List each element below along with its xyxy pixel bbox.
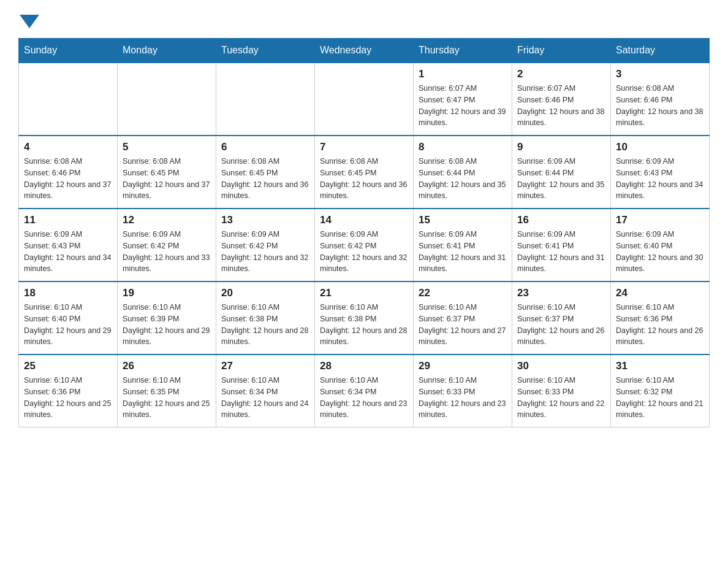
day-info: Sunrise: 6:09 AM Sunset: 6:44 PM Dayligh… [517,156,605,202]
calendar-body: 1Sunrise: 6:07 AM Sunset: 6:47 PM Daylig… [19,63,710,427]
day-cell: 10Sunrise: 6:09 AM Sunset: 6:43 PM Dayli… [611,136,710,209]
header-cell-thursday: Thursday [414,39,512,63]
day-cell: 2Sunrise: 6:07 AM Sunset: 6:46 PM Daylig… [512,63,611,136]
day-number: 30 [517,360,605,372]
day-number: 21 [320,287,408,299]
day-info: Sunrise: 6:09 AM Sunset: 6:41 PM Dayligh… [517,229,605,275]
week-row-2: 4Sunrise: 6:08 AM Sunset: 6:46 PM Daylig… [19,136,710,209]
day-info: Sunrise: 6:10 AM Sunset: 6:39 PM Dayligh… [123,302,211,348]
day-cell [216,63,315,136]
day-info: Sunrise: 6:09 AM Sunset: 6:40 PM Dayligh… [616,229,704,275]
day-info: Sunrise: 6:10 AM Sunset: 6:32 PM Dayligh… [616,375,704,421]
day-info: Sunrise: 6:10 AM Sunset: 6:35 PM Dayligh… [123,375,211,421]
day-cell: 30Sunrise: 6:10 AM Sunset: 6:33 PM Dayli… [512,354,611,427]
day-number: 7 [320,141,408,153]
day-number: 19 [123,287,211,299]
day-number: 18 [24,287,112,299]
day-number: 23 [517,287,605,299]
day-cell: 21Sunrise: 6:10 AM Sunset: 6:38 PM Dayli… [315,282,414,354]
day-number: 10 [616,141,704,153]
day-cell: 27Sunrise: 6:10 AM Sunset: 6:34 PM Dayli… [216,354,315,427]
day-cell: 5Sunrise: 6:08 AM Sunset: 6:45 PM Daylig… [118,136,216,209]
header-row: SundayMondayTuesdayWednesdayThursdayFrid… [19,39,710,63]
day-info: Sunrise: 6:08 AM Sunset: 6:45 PM Dayligh… [123,156,211,202]
day-cell: 4Sunrise: 6:08 AM Sunset: 6:46 PM Daylig… [19,136,118,209]
day-cell: 28Sunrise: 6:10 AM Sunset: 6:34 PM Dayli… [315,354,414,427]
day-cell: 9Sunrise: 6:09 AM Sunset: 6:44 PM Daylig… [512,136,611,209]
day-info: Sunrise: 6:10 AM Sunset: 6:36 PM Dayligh… [24,375,112,421]
day-cell: 22Sunrise: 6:10 AM Sunset: 6:37 PM Dayli… [414,282,512,354]
day-info: Sunrise: 6:10 AM Sunset: 6:34 PM Dayligh… [320,375,408,421]
day-number: 28 [320,360,408,372]
day-info: Sunrise: 6:09 AM Sunset: 6:41 PM Dayligh… [419,229,507,275]
day-info: Sunrise: 6:09 AM Sunset: 6:43 PM Dayligh… [616,156,704,202]
day-info: Sunrise: 6:10 AM Sunset: 6:37 PM Dayligh… [517,302,605,348]
day-number: 5 [123,141,211,153]
header-cell-sunday: Sunday [19,39,118,63]
day-info: Sunrise: 6:07 AM Sunset: 6:47 PM Dayligh… [419,83,507,129]
calendar-table: SundayMondayTuesdayWednesdayThursdayFrid… [18,38,710,427]
header-cell-monday: Monday [118,39,216,63]
day-number: 9 [517,141,605,153]
day-info: Sunrise: 6:10 AM Sunset: 6:40 PM Dayligh… [24,302,112,348]
day-cell: 24Sunrise: 6:10 AM Sunset: 6:36 PM Dayli… [611,282,710,354]
header-cell-friday: Friday [512,39,611,63]
day-info: Sunrise: 6:09 AM Sunset: 6:42 PM Dayligh… [221,229,309,275]
day-info: Sunrise: 6:10 AM Sunset: 6:33 PM Dayligh… [419,375,507,421]
day-number: 31 [616,360,704,372]
day-info: Sunrise: 6:09 AM Sunset: 6:42 PM Dayligh… [123,229,211,275]
day-number: 15 [419,214,507,226]
day-number: 17 [616,214,704,226]
day-info: Sunrise: 6:10 AM Sunset: 6:33 PM Dayligh… [517,375,605,421]
day-number: 3 [616,68,704,80]
logo-triangle-icon [20,15,39,28]
day-info: Sunrise: 6:08 AM Sunset: 6:46 PM Dayligh… [616,83,704,129]
day-number: 29 [419,360,507,372]
day-cell: 31Sunrise: 6:10 AM Sunset: 6:32 PM Dayli… [611,354,710,427]
day-info: Sunrise: 6:09 AM Sunset: 6:42 PM Dayligh… [320,229,408,275]
day-info: Sunrise: 6:10 AM Sunset: 6:36 PM Dayligh… [616,302,704,348]
logo [18,12,40,26]
day-cell: 17Sunrise: 6:09 AM Sunset: 6:40 PM Dayli… [611,209,710,282]
day-cell: 20Sunrise: 6:10 AM Sunset: 6:38 PM Dayli… [216,282,315,354]
day-info: Sunrise: 6:10 AM Sunset: 6:34 PM Dayligh… [221,375,309,421]
header-cell-wednesday: Wednesday [315,39,414,63]
calendar-header: SundayMondayTuesdayWednesdayThursdayFrid… [19,39,710,63]
day-cell: 14Sunrise: 6:09 AM Sunset: 6:42 PM Dayli… [315,209,414,282]
day-number: 1 [419,68,507,80]
week-row-4: 18Sunrise: 6:10 AM Sunset: 6:40 PM Dayli… [19,282,710,354]
day-cell: 26Sunrise: 6:10 AM Sunset: 6:35 PM Dayli… [118,354,216,427]
day-cell: 29Sunrise: 6:10 AM Sunset: 6:33 PM Dayli… [414,354,512,427]
day-number: 8 [419,141,507,153]
day-cell: 25Sunrise: 6:10 AM Sunset: 6:36 PM Dayli… [19,354,118,427]
day-info: Sunrise: 6:10 AM Sunset: 6:38 PM Dayligh… [221,302,309,348]
day-cell [19,63,118,136]
day-number: 24 [616,287,704,299]
day-number: 22 [419,287,507,299]
day-number: 26 [123,360,211,372]
day-number: 16 [517,214,605,226]
day-cell: 8Sunrise: 6:08 AM Sunset: 6:44 PM Daylig… [414,136,512,209]
day-cell: 13Sunrise: 6:09 AM Sunset: 6:42 PM Dayli… [216,209,315,282]
header-cell-saturday: Saturday [611,39,710,63]
day-info: Sunrise: 6:08 AM Sunset: 6:45 PM Dayligh… [320,156,408,202]
day-number: 12 [123,214,211,226]
day-cell [315,63,414,136]
day-cell: 12Sunrise: 6:09 AM Sunset: 6:42 PM Dayli… [118,209,216,282]
day-number: 25 [24,360,112,372]
day-info: Sunrise: 6:10 AM Sunset: 6:38 PM Dayligh… [320,302,408,348]
day-cell [118,63,216,136]
day-cell: 15Sunrise: 6:09 AM Sunset: 6:41 PM Dayli… [414,209,512,282]
week-row-3: 11Sunrise: 6:09 AM Sunset: 6:43 PM Dayli… [19,209,710,282]
day-cell: 19Sunrise: 6:10 AM Sunset: 6:39 PM Dayli… [118,282,216,354]
day-number: 13 [221,214,309,226]
day-number: 14 [320,214,408,226]
day-cell: 11Sunrise: 6:09 AM Sunset: 6:43 PM Dayli… [19,209,118,282]
day-info: Sunrise: 6:08 AM Sunset: 6:45 PM Dayligh… [221,156,309,202]
day-number: 2 [517,68,605,80]
day-cell: 23Sunrise: 6:10 AM Sunset: 6:37 PM Dayli… [512,282,611,354]
day-cell: 7Sunrise: 6:08 AM Sunset: 6:45 PM Daylig… [315,136,414,209]
header-cell-tuesday: Tuesday [216,39,315,63]
day-info: Sunrise: 6:09 AM Sunset: 6:43 PM Dayligh… [24,229,112,275]
day-cell: 18Sunrise: 6:10 AM Sunset: 6:40 PM Dayli… [19,282,118,354]
